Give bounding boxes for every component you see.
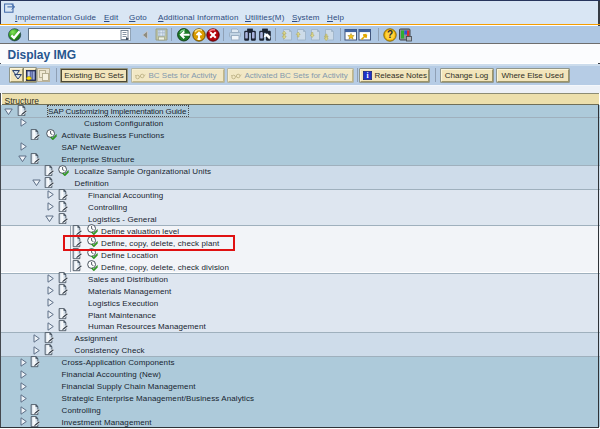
svg-text:?: ? xyxy=(386,29,392,40)
svg-text:i: i xyxy=(366,71,368,80)
